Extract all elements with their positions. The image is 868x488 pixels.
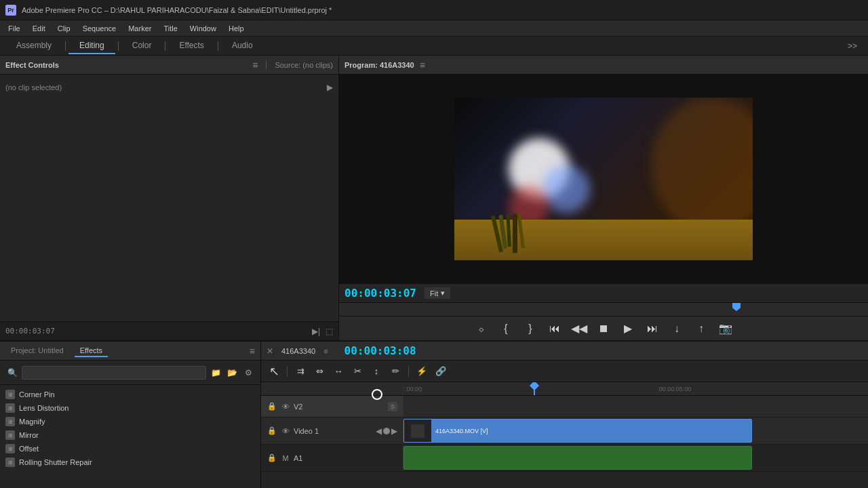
v2-visibility-button[interactable]: 👁: [280, 401, 291, 412]
no-clip-expand-arrow[interactable]: ▶: [327, 83, 333, 92]
new-folder-button[interactable]: 📂: [225, 366, 239, 380]
menu-bar: File Edit Clip Sequence Marker Title Win…: [0, 20, 868, 37]
search-icon: 🔍: [5, 366, 19, 380]
effects-toolbar: 🔍 📁 📂 ⚙: [0, 361, 260, 385]
playhead-line: [534, 382, 535, 395]
go-to-in-button[interactable]: {: [498, 321, 514, 337]
linked-selection-button[interactable]: 🔗: [433, 364, 448, 379]
workspace-tab-audio[interactable]: Audio: [221, 38, 264, 54]
effects-panel-menu-icon[interactable]: ≡: [250, 346, 255, 357]
step-back-button[interactable]: ◀◀: [571, 321, 587, 337]
project-path: D:\RAHUL PARIHARACODU\Faizal & Sabna\EDI…: [111, 6, 332, 14]
fx-item-magnify[interactable]: ⊞ Magnify: [0, 415, 260, 428]
stop-button[interactable]: ⏹: [595, 321, 612, 337]
play-button[interactable]: ▶: [620, 321, 636, 337]
audio-clip-416a[interactable]: [403, 446, 752, 470]
program-ruler[interactable]: [339, 302, 868, 316]
slip-tool-button[interactable]: ↕: [369, 364, 384, 379]
fx-icon-mirror: ⊞: [5, 430, 15, 440]
workspace-more-button[interactable]: >>: [842, 39, 863, 54]
instruments-silhouette: [494, 213, 525, 254]
title-bar: Pr Adobe Premiere Pro CC – D:\RAHUL PARI…: [0, 0, 868, 20]
go-to-out-button[interactable]: }: [522, 321, 538, 337]
a1-lock-button[interactable]: 🔒: [267, 453, 277, 464]
program-monitor-menu-icon[interactable]: ≡: [420, 60, 425, 70]
fx-icon-corner-pin: ⊞: [5, 390, 15, 399]
play-in-to-out-button[interactable]: ▶|: [312, 327, 320, 336]
track-row-v1: 🔒 👁 Video 1 ◀ ▶: [261, 418, 868, 445]
a1-mute-button[interactable]: M: [280, 453, 291, 464]
go-next-edit-button[interactable]: ⏭: [644, 321, 660, 337]
timeline-menu-icon[interactable]: ≡: [323, 347, 328, 355]
track-row-v2: 🔒 👁 V2 S: [261, 396, 868, 418]
menu-marker[interactable]: Marker: [123, 23, 157, 34]
v1-visibility-button[interactable]: 👁: [280, 426, 291, 436]
insert-button[interactable]: ↓: [669, 321, 685, 337]
razor-tool-button[interactable]: ✂: [350, 364, 365, 379]
video-clip-416a[interactable]: 416A3340.MOV [V]: [403, 419, 752, 443]
effect-controls-menu-icon[interactable]: ≡: [252, 60, 258, 70]
workspace-tab-editing[interactable]: Editing: [68, 38, 115, 54]
menu-sequence[interactable]: Sequence: [77, 23, 122, 34]
menu-edit[interactable]: Edit: [27, 23, 51, 34]
v2-sync-lock[interactable]: S: [388, 402, 397, 411]
fx-item-offset[interactable]: ⊞ Offset: [0, 442, 260, 455]
fx-item-rolling-shutter[interactable]: ⊞ Rolling Shutter Repair: [0, 455, 260, 469]
rate-stretch-button[interactable]: ↔: [331, 364, 346, 379]
pen-tool-button[interactable]: ✏: [388, 364, 403, 379]
workspace-tab-assembly[interactable]: Assembly: [5, 38, 62, 54]
effects-tab[interactable]: Effects: [75, 345, 108, 357]
bokeh-blue: [542, 165, 590, 213]
header-separator: [266, 60, 267, 70]
menu-window[interactable]: Window: [184, 23, 222, 34]
overwrite-button[interactable]: ↑: [693, 321, 709, 337]
v1-nav-buttons: ◀ ▶: [376, 426, 397, 436]
timeline-ruler-offset: [261, 382, 403, 395]
effects-panel-header: Project: Untitled Effects ≡: [0, 342, 260, 361]
v1-lock-button[interactable]: 🔒: [267, 426, 277, 436]
fx-item-corner-pin[interactable]: ⊞ Corner Pin: [0, 388, 260, 401]
workspace-tab-color[interactable]: Color: [121, 38, 163, 54]
snap-button[interactable]: ⚡: [414, 364, 429, 379]
v2-extra-buttons: S: [388, 402, 397, 411]
effect-controls-header: Effect Controls ≡ Source: (no clips): [0, 56, 338, 75]
program-monitor-panel: Program: 416A3340 ≡: [339, 56, 868, 340]
v1-nav-dot[interactable]: [383, 428, 390, 434]
new-custom-bin-button[interactable]: 📁: [209, 366, 222, 380]
go-prev-edit-button[interactable]: ⏮: [547, 321, 563, 337]
effects-settings-button[interactable]: ⚙: [241, 366, 255, 380]
video-preview-frame: [454, 98, 753, 260]
v1-label: Video 1: [294, 427, 370, 435]
a1-content: [403, 445, 868, 471]
project-tab[interactable]: Project: Untitled: [5, 345, 69, 357]
effect-controls-timecode: 00:00:03:07: [5, 327, 55, 336]
export-frame-button[interactable]: ⬚: [326, 327, 333, 336]
mark-in-button[interactable]: ⬦: [473, 321, 490, 337]
timeline-title: 416A3340: [281, 347, 315, 355]
fit-dropdown[interactable]: Fit ▾: [425, 287, 450, 299]
v2-lock-button[interactable]: 🔒: [267, 401, 277, 412]
effects-sidebar: Project: Untitled Effects ≡ 🔍 📁 📂 ⚙ ⊞ Co…: [0, 342, 261, 488]
menu-help[interactable]: Help: [223, 23, 250, 34]
timeline-close-button[interactable]: ✕: [267, 346, 273, 356]
selection-tool-button[interactable]: ↖: [267, 364, 281, 379]
fx-item-mirror[interactable]: ⊞ Mirror: [0, 428, 260, 442]
menu-file[interactable]: File: [3, 23, 26, 34]
timeline-ruler-scale[interactable]: :00:00 00:00:05:00: [403, 382, 868, 395]
export-frame-button[interactable]: 📷: [717, 321, 734, 337]
no-clip-row: (no clip selected) ▶: [5, 80, 333, 95]
workspace-tab-effects[interactable]: Effects: [168, 38, 214, 54]
menu-clip[interactable]: Clip: [52, 23, 76, 34]
v1-nav-right[interactable]: ▶: [391, 426, 397, 436]
menu-title[interactable]: Title: [158, 23, 182, 34]
fx-item-lens-distortion[interactable]: ⊞ Lens Distortion: [0, 401, 260, 415]
effects-search-input[interactable]: [22, 366, 206, 380]
source-label: Source: (no clips): [275, 61, 333, 69]
timeline-toolbar: ↖ ⇉ ⇔ ↔ ✂ ↕ ✏ ⚡ 🔗: [261, 361, 868, 382]
ripple-edit-button[interactable]: ⇔: [312, 364, 327, 379]
track-select-forward-button[interactable]: ⇉: [293, 364, 308, 379]
v1-nav-left[interactable]: ◀: [376, 426, 382, 436]
fx-name-rolling-shutter: Rolling Shutter Repair: [19, 458, 92, 466]
thumbnail-image: [411, 424, 425, 438]
timeline-header: ✕ 416A3340 ≡ 00:00:03:08: [261, 342, 868, 361]
